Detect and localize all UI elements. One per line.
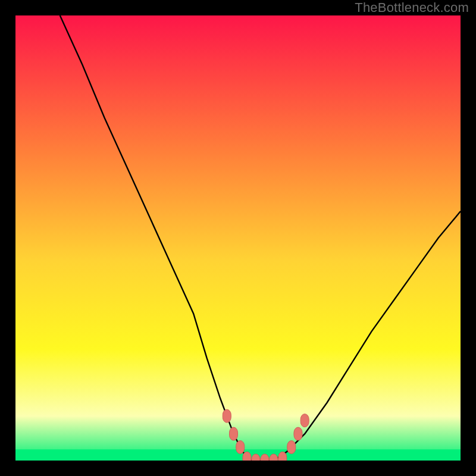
gradient-background: [15, 15, 461, 461]
watermark-text: TheBottleneck.com: [355, 0, 469, 15]
curve-marker: [278, 452, 287, 461]
curve-marker: [236, 441, 245, 454]
curve-marker: [243, 452, 251, 461]
chart-frame: TheBottleneck.com: [0, 0, 476, 476]
chart-svg: [15, 15, 461, 461]
curve-marker: [223, 409, 231, 422]
curve-marker: [294, 427, 302, 440]
plot-area: [15, 15, 461, 461]
curve-marker: [287, 441, 296, 454]
curve-marker: [230, 427, 238, 440]
curve-marker: [300, 414, 309, 427]
